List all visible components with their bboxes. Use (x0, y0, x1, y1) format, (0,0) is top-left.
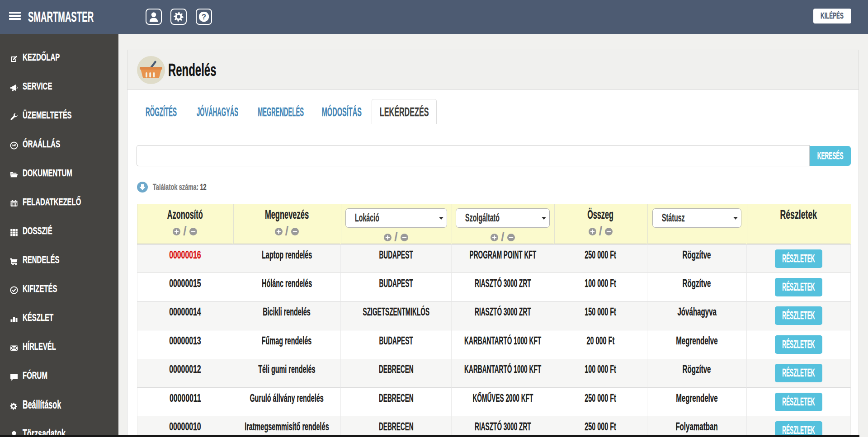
svg-text:?: ? (202, 13, 206, 21)
